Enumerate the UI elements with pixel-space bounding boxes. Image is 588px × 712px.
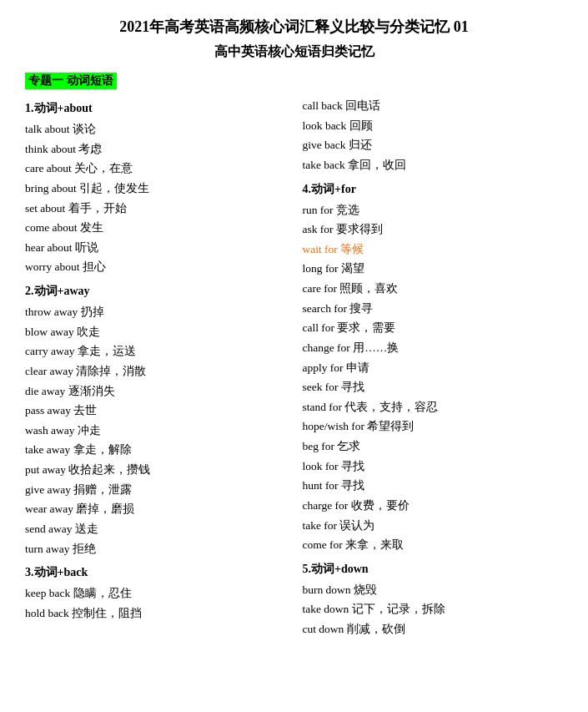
entry-talk-about: talk about 谈论	[25, 119, 286, 139]
entry-ask-for: ask for 要求得到	[303, 220, 564, 240]
subsection-header-back: 3.动词+back	[25, 565, 286, 580]
entry-give-back: give back 归还	[303, 135, 564, 155]
entry-send-away: send away 送走	[25, 519, 286, 539]
entry-look-back: look back 回顾	[303, 116, 564, 136]
entry-wait-for: wait for 等候	[303, 240, 564, 260]
entry-stand-for: stand for 代表，支持，容忍	[303, 397, 564, 417]
entry-take-back: take back 拿回，收回	[303, 155, 564, 175]
subsection-down: 5.动词+down burn down 烧毁 take down 记下，记录，拆…	[303, 562, 564, 639]
entry-die-away: die away 逐渐消失	[25, 381, 286, 401]
entry-bring-about: bring about 引起，使发生	[25, 179, 286, 199]
entry-hear-about: hear about 听说	[25, 238, 286, 258]
main-title: 2021年高考英语高频核心词汇释义比较与分类记忆 01	[25, 17, 563, 37]
entry-clear-away: clear away 清除掉，消散	[25, 361, 286, 381]
entry-turn-away: turn away 拒绝	[25, 539, 286, 559]
subsection-about: 1.动词+about talk about 谈论 think about 考虑 …	[25, 101, 286, 277]
entry-call-for: call for 要求，需要	[303, 318, 564, 338]
entry-cut-down: cut down 削减，砍倒	[303, 619, 564, 639]
entry-keep-back: keep back 隐瞒，忍住	[25, 583, 286, 603]
entry-long-for: long for 渴望	[303, 259, 564, 279]
entry-throw-away: throw away 扔掉	[25, 302, 286, 322]
entry-hunt-for: hunt for 寻找	[303, 476, 564, 496]
entry-worry-about: worry about 担心	[25, 257, 286, 277]
entry-run-for: run for 竞选	[303, 200, 564, 220]
entry-apply-for: apply for 申请	[303, 358, 564, 378]
entry-think-about: think about 考虑	[25, 139, 286, 159]
entry-pass-away: pass away 去世	[25, 401, 286, 421]
entry-come-about: come about 发生	[25, 218, 286, 238]
entry-take-away: take away 拿走，解除	[25, 440, 286, 460]
entry-care-about: care about 关心，在意	[25, 159, 286, 179]
entry-burn-down: burn down 烧毁	[303, 580, 564, 600]
entry-call-back: call back 回电话	[303, 96, 564, 116]
entry-blow-away: blow away 吹走	[25, 322, 286, 342]
entry-set-about: set about 着手，开始	[25, 199, 286, 219]
right-column: call back 回电话 look back 回顾 give back 归还 …	[294, 73, 564, 639]
subsection-header-down: 5.动词+down	[303, 562, 564, 577]
entry-hope-for: hope/wish for 希望得到	[303, 417, 564, 437]
entry-give-away: give away 捐赠，泄露	[25, 480, 286, 500]
entry-wash-away: wash away 冲走	[25, 421, 286, 441]
subsection-back: 3.动词+back keep back 隐瞒，忍住 hold back 控制住，…	[25, 565, 286, 623]
entry-care-for: care for 照顾，喜欢	[303, 279, 564, 299]
entry-carry-away: carry away 拿走，运送	[25, 341, 286, 361]
entry-look-for: look for 寻找	[303, 457, 564, 477]
entry-search-for: search for 搜寻	[303, 299, 564, 319]
subsection-header-for: 4.动词+for	[303, 182, 564, 197]
subsection-header-about: 1.动词+about	[25, 101, 286, 116]
subsection-away: 2.动词+away throw away 扔掉 blow away 吹走 car…	[25, 284, 286, 558]
section-header: 专题一 动词短语	[25, 73, 117, 89]
entry-hold-back: hold back 控制住，阻挡	[25, 603, 286, 624]
subsection-header-away: 2.动词+away	[25, 284, 286, 299]
entry-change-for: change for 用……换	[303, 338, 564, 358]
left-column: 专题一 动词短语 1.动词+about talk about 谈论 think …	[25, 73, 294, 639]
entry-wear-away: wear away 磨掉，磨损	[25, 499, 286, 519]
subsection-for: 4.动词+for run for 竞选 ask for 要求得到 wait fo…	[303, 182, 564, 555]
entry-beg-for: beg for 乞求	[303, 437, 564, 457]
sub-title: 高中英语核心短语归类记忆	[25, 43, 563, 61]
entry-take-down: take down 记下，记录，拆除	[303, 599, 564, 619]
subsection-back-cont: call back 回电话 look back 回顾 give back 归还 …	[303, 96, 564, 175]
entry-seek-for: seek for 寻找	[303, 377, 564, 397]
entry-take-for: take for 误认为	[303, 516, 564, 536]
entry-charge-for: charge for 收费，要价	[303, 496, 564, 516]
entry-come-for: come for 来拿，来取	[303, 535, 564, 555]
entry-put-away: put away 收拾起来，攒钱	[25, 460, 286, 480]
